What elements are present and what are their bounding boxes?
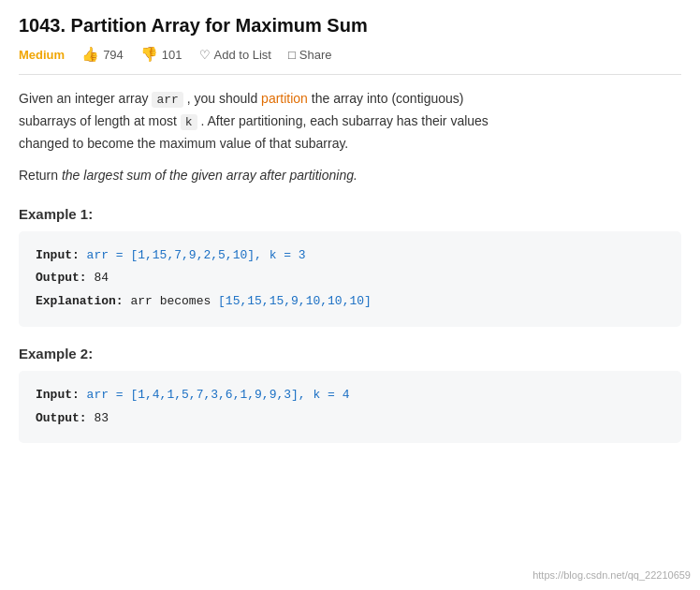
example1-block: Input: arr = [1,15,7,9,2,5,10], k = 3 Ou… [19,231,681,327]
return-italic: the largest sum of the given array after… [62,168,357,183]
example2-output-val: 83 [94,411,109,425]
thumbs-down-icon: 👎 [140,46,158,63]
example2-input-row: Input: arr = [1,4,1,5,7,3,6,1,9,9,3], k … [36,384,664,407]
arr-code-1: arr [152,92,182,108]
example2-title: Example 2: [19,346,681,361]
desc-text-2: , you should [183,91,261,106]
example1-explanation-arr-label: arr becomes [130,294,218,308]
example1-output-row: Output: 84 [36,267,664,290]
add-to-list-button[interactable]: ♡ Add to List [199,48,271,62]
problem-title: 1043. Partition Array for Maximum Sum [19,15,681,37]
example1-input-label: Input: [36,248,87,262]
add-to-list-label: Add to List [214,48,271,62]
example1-explanation-row: Explanation: arr becomes [15,15,15,9,10,… [36,290,664,314]
share-icon: □ [288,48,296,62]
desc-text-1: Given an integer array [19,91,152,106]
share-label: Share [299,48,332,62]
upvote-button[interactable]: 👍 794 [81,46,124,63]
example2-output-row: Output: 83 [36,407,664,431]
example1-output-val: 84 [94,271,109,285]
thumbs-up-icon: 👍 [81,46,99,63]
share-button[interactable]: □ Share [288,48,332,62]
desc-text-3: the array into (contiguous) [308,91,464,106]
example2-block: Input: arr = [1,4,1,5,7,3,6,1,9,9,3], k … [19,371,681,443]
return-label: Return [19,168,62,183]
downvote-count: 101 [162,48,182,62]
example2-output-label: Output: [36,411,94,425]
example2-input-label: Input: [36,388,87,402]
example1-input-val: arr = [1,15,7,9,2,5,10], k = 3 [87,248,306,262]
example1-output-label: Output: [36,271,94,285]
downvote-button[interactable]: 👎 101 [140,46,182,63]
example1-explanation-val: [15,15,15,9,10,10,10] [218,294,372,308]
description-paragraph-1: Given an integer array arr , you should … [19,88,681,155]
example1-input-row: Input: arr = [1,15,7,9,2,5,10], k = 3 [36,244,664,268]
k-code-1: k [181,114,197,130]
desc-text-6: changed to become the maximum value of t… [19,136,348,151]
problem-description: Given an integer array arr , you should … [19,88,681,187]
example1-title: Example 1: [19,206,681,222]
desc-text-5: . After partitioning, each subarray has … [197,113,489,128]
return-paragraph: Return the largest sum of the given arra… [19,165,681,187]
difficulty-badge[interactable]: Medium [19,48,65,62]
upvote-count: 794 [103,48,124,62]
partition-highlight: partition [261,91,308,106]
example2-input-val: arr = [1,4,1,5,7,3,6,1,9,9,3], k = 4 [87,388,350,402]
watermark: https://blog.csdn.net/qq_22210659 [532,569,691,581]
example1-explanation-label: Explanation: [36,294,130,308]
desc-text-4: subarrays of length at most [19,113,181,128]
meta-bar: Medium 👍 794 👎 101 ♡ Add to List □ Share [19,46,681,75]
heart-icon: ♡ [199,48,211,62]
